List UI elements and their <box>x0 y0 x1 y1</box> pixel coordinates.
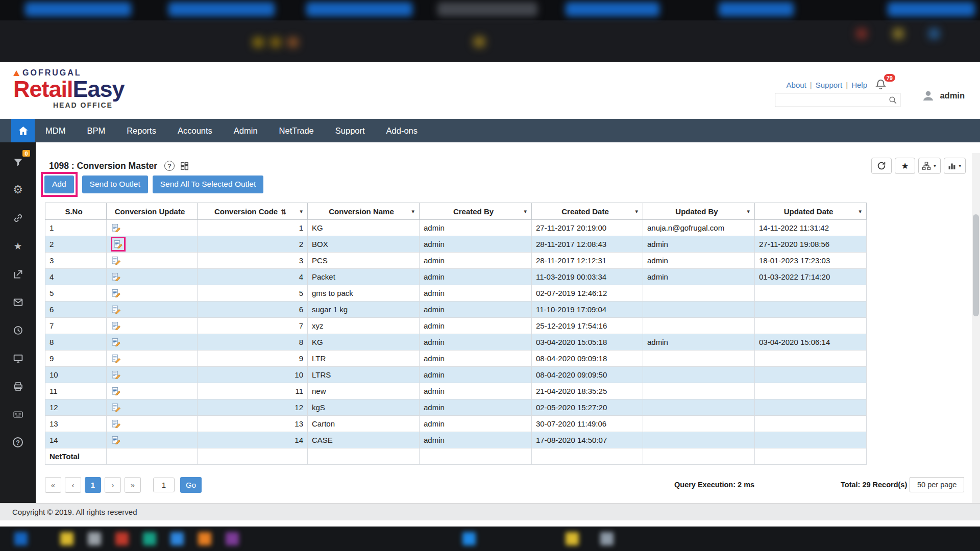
caret-down-icon[interactable]: ▼ <box>523 209 528 214</box>
hierarchy-view-button[interactable]: ▼ <box>918 158 940 174</box>
col-header-conversion-name[interactable]: Conversion Name ▼ <box>308 203 420 220</box>
printer-icon[interactable] <box>10 379 26 394</box>
table-row[interactable]: 66sugar 1 kgadmin11-10-2019 17:09:04 <box>45 302 867 318</box>
col-header-conversion-update[interactable]: Conversion Update <box>107 203 198 220</box>
edit-conversion-icon[interactable] <box>112 354 120 363</box>
monitor-icon[interactable] <box>10 350 26 366</box>
col-header-updated-date[interactable]: Updated Date ▼ <box>755 203 867 220</box>
edit-conversion-icon[interactable] <box>112 403 120 412</box>
vertical-scrollbar[interactable] <box>972 153 980 503</box>
search-icon[interactable] <box>888 95 897 105</box>
first-page-button[interactable]: « <box>45 477 61 493</box>
edit-conversion-icon[interactable] <box>112 436 120 444</box>
table-row[interactable]: 33PCSadmin28-11-2017 12:12:31admin18-01-… <box>45 253 867 269</box>
gear-icon[interactable]: ⚙ <box>10 182 26 197</box>
edit-conversion-icon[interactable] <box>114 240 122 248</box>
notifications-button[interactable]: 79 <box>875 79 887 91</box>
caret-down-icon[interactable]: ▼ <box>634 209 639 214</box>
user-menu[interactable]: admin <box>921 89 965 103</box>
table-row[interactable]: 55gms to packadmin02-07-2019 12:46:12 <box>45 285 867 302</box>
blurred-bookmark-icon <box>289 39 297 46</box>
cell-created-by: admin <box>420 432 532 448</box>
edit-conversion-icon[interactable] <box>112 370 120 379</box>
table-row[interactable]: 22BOXadmin28-11-2017 12:08:43admin27-11-… <box>45 236 867 253</box>
widgets-icon[interactable] <box>180 161 189 171</box>
clock-icon[interactable] <box>10 322 26 338</box>
col-header-created-by[interactable]: Created By ▼ <box>420 203 532 220</box>
edit-conversion-icon[interactable] <box>112 338 120 346</box>
cell-conversion-name: Packet <box>308 269 420 285</box>
table-row[interactable]: 99LTRadmin08-04-2020 09:09:18 <box>45 350 867 367</box>
blurred-taskbar-icon <box>600 532 614 545</box>
go-button[interactable]: Go <box>180 477 202 493</box>
edit-icon-wrap <box>111 353 121 364</box>
edit-conversion-icon[interactable] <box>112 305 120 314</box>
edit-conversion-icon[interactable] <box>112 272 120 281</box>
nav-item-nettrade[interactable]: NetTrade <box>268 119 325 142</box>
chart-view-button[interactable]: ▼ <box>944 158 966 174</box>
page-1-button[interactable]: 1 <box>85 477 101 493</box>
nav-item-mdm[interactable]: MDM <box>35 119 76 142</box>
nav-item-bpm[interactable]: BPM <box>76 119 116 142</box>
edit-conversion-icon[interactable] <box>112 223 120 232</box>
col-header-created-date[interactable]: Created Date ▼ <box>532 203 643 220</box>
table-row[interactable]: 1313Cartonadmin30-07-2020 11:49:06 <box>45 416 867 432</box>
table-row[interactable]: 1111newadmin21-04-2020 18:35:25 <box>45 383 867 399</box>
about-link[interactable]: About <box>787 81 806 89</box>
table-row[interactable]: 1010LTRSadmin08-04-2020 09:09:50 <box>45 367 867 383</box>
nav-home[interactable] <box>11 119 35 142</box>
caret-down-icon[interactable]: ▼ <box>299 209 304 214</box>
sort-icon[interactable]: ⇅ <box>281 208 286 216</box>
nav-item-support[interactable]: Support <box>325 119 376 142</box>
edit-conversion-icon[interactable] <box>112 387 120 395</box>
col-header-updated-by[interactable]: Updated By ▼ <box>643 203 755 220</box>
next-page-button[interactable]: › <box>105 477 121 493</box>
send-to-outlet-button[interactable]: Send to Outlet <box>82 176 148 193</box>
previous-page-button[interactable]: ‹ <box>65 477 81 493</box>
help-icon[interactable]: ? <box>10 435 26 450</box>
cell-created-date: 28-11-2017 12:12:31 <box>532 253 643 269</box>
table-row[interactable]: 11KGadmin27-11-2017 20:19:00anuja.n@gofr… <box>45 220 867 236</box>
table-row[interactable]: 44Packetadmin11-03-2019 00:03:34admin01-… <box>45 269 867 285</box>
refresh-icon <box>877 161 886 170</box>
table-row[interactable]: 88KGadmin03-04-2020 15:05:18admin03-04-2… <box>45 334 867 350</box>
search-input[interactable] <box>775 93 900 107</box>
caret-down-icon[interactable]: ▼ <box>411 209 415 214</box>
table-row[interactable]: 1414CASEadmin17-08-2020 14:50:07 <box>45 432 867 448</box>
page-number-input[interactable] <box>153 478 175 492</box>
table-row[interactable]: 77xyzadmin25-12-2019 17:54:16 <box>45 318 867 334</box>
support-link[interactable]: Support <box>816 81 843 89</box>
mail-icon[interactable] <box>10 294 26 310</box>
link-icon[interactable] <box>10 210 26 226</box>
send-icon[interactable] <box>10 266 26 282</box>
caret-down-icon[interactable]: ▼ <box>746 209 751 214</box>
nav-item-reports[interactable]: Reports <box>116 119 167 142</box>
filter-icon[interactable]: 0 <box>10 154 26 169</box>
star-icon[interactable]: ★ <box>10 238 26 254</box>
last-page-button[interactable]: » <box>125 477 141 493</box>
caret-down-icon[interactable]: ▼ <box>858 209 863 214</box>
refresh-button[interactable] <box>871 158 892 174</box>
add-button[interactable]: Add <box>44 176 74 193</box>
help-link[interactable]: Help <box>851 81 867 89</box>
edit-conversion-icon[interactable] <box>112 289 120 297</box>
edit-conversion-icon[interactable] <box>112 419 120 428</box>
nav-item-admin[interactable]: Admin <box>223 119 268 142</box>
edit-conversion-icon[interactable] <box>112 321 120 330</box>
edit-conversion-icon[interactable] <box>112 256 120 265</box>
col-header-conversion-code[interactable]: Conversion Code⇅ ▼ <box>198 203 308 220</box>
favorite-button[interactable]: ★ <box>895 158 915 174</box>
cell-created-date: 11-03-2019 00:03:34 <box>532 269 643 285</box>
table-row[interactable]: 1212kgSadmin02-05-2020 15:27:20 <box>45 399 867 416</box>
blurred-taskbar-icon <box>462 532 476 545</box>
send-all-to-selected-outlet-button[interactable]: Send All To Selected Outlet <box>153 176 264 193</box>
nav-item-add-ons[interactable]: Add-ons <box>376 119 428 142</box>
col-header-sno[interactable]: S.No <box>45 203 107 220</box>
cell-conversion-name: xyz <box>308 318 420 334</box>
scrollbar-thumb[interactable] <box>973 214 979 316</box>
help-icon[interactable]: ? <box>164 161 175 171</box>
keyboard-icon[interactable] <box>10 407 26 422</box>
header-links: About | Support | Help <box>787 81 867 89</box>
per-page-select[interactable]: 50 per page <box>910 477 964 492</box>
nav-item-accounts[interactable]: Accounts <box>167 119 223 142</box>
